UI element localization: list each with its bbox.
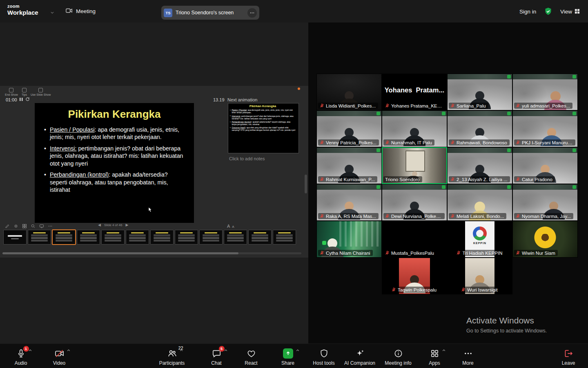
toolbar-audio[interactable]: 1Audio [1, 348, 40, 366]
participant-tile[interactable]: Catur Pradono [512, 147, 578, 184]
meeting-toolbar: 1AudioVideo22Participants5ChatReactShare… [0, 343, 588, 368]
more-options-icon[interactable] [247, 8, 257, 18]
slide-bullet: Pasien / Populasi: apa demografi usia, j… [44, 126, 185, 141]
participant-tile[interactable]: Taqwin Polkespalu [382, 258, 447, 294]
participant-tile[interactable]: Sarliana_Palu [447, 74, 512, 110]
top-bar: zoom Workplace Meeting TS Triono Soendor… [0, 0, 588, 22]
muted-mic-icon [457, 251, 461, 255]
toolbar-ai-companion[interactable]: AI Companion [340, 348, 379, 366]
zoom-slide-icon [31, 223, 36, 230]
toolbar-host-tools[interactable]: Host tools [304, 348, 343, 366]
participant-name-label: Triono Soendoro [383, 176, 422, 182]
next-slide-preview: Pikirkan Kerangka Pasien / Populasi: apa… [228, 103, 299, 153]
slide-bullet: Intervensi: pertimbangan jenis? obat dar… [230, 115, 296, 120]
participant-name-label: Lisda Widianti_Polkes... [318, 103, 378, 109]
filmstrip-scrollbar [2, 252, 301, 254]
participant-name-label: Sarliana_Palu [449, 103, 488, 109]
participant-tile[interactable]: yuli admasari_Polkes... [512, 74, 578, 110]
participant-tile[interactable]: Wiwin Nur Siam [512, 221, 578, 258]
participant-tile[interactable]: Cytha Nilam Chairani [316, 221, 382, 258]
presentation-timer: 01:00 [6, 97, 30, 102]
participant-name-label: 2_13 Aisyah Z. Lailiya ... [449, 176, 510, 182]
participant-tile[interactable]: Yohanes Pratam...Yohanes Pratama_KEPPIN [382, 74, 447, 110]
presenter-control: Use Slide Show [31, 88, 51, 97]
muted-mic-icon [320, 251, 324, 255]
muted-mic-icon [320, 214, 324, 218]
tab-meeting[interactable]: Meeting [65, 7, 96, 16]
participant-tile[interactable]: KEPPINTri Hadiah KEPPIN [447, 221, 512, 258]
participant-tile[interactable]: Dewi Nurviana_Polkes... [382, 184, 447, 221]
participant-tile[interactable]: Lisda Widianti_Polkes... [316, 74, 382, 110]
next-animation-label: Next animation [227, 97, 257, 102]
scrollbar-thumb [2, 252, 238, 254]
security-shield-icon[interactable] [544, 7, 552, 17]
view-button[interactable]: View [560, 9, 572, 15]
slide-title: Pikirkan Kerangka [35, 108, 194, 121]
toolbar-meeting-info[interactable]: Meeting info [379, 348, 418, 366]
watermark-line2: Go to Settings to activate Windows. [466, 328, 547, 334]
participant-name-label: Yohanes Pratama_KEPPIN [383, 103, 445, 109]
muted-mic-icon [320, 140, 324, 145]
participant-tile[interactable]: Mustafa_PolkesPalu [382, 221, 447, 258]
sign-in-button[interactable]: Sign in [519, 9, 536, 15]
participant-tile[interactable]: PKJ I-Suryani Manurung [512, 110, 578, 147]
view-grid-icon[interactable] [574, 8, 580, 16]
toolbar-react[interactable]: React [232, 348, 271, 366]
presenter-clock: 13.19 [213, 97, 225, 102]
participant-tile[interactable]: Triono Soendoro [382, 147, 447, 184]
shared-screen-pill[interactable]: TS Triono Soendoro's screen [161, 6, 259, 20]
muted-mic-icon [461, 287, 466, 292]
annotation-tools [5, 223, 53, 230]
zoom-workplace-logo: zoom Workplace [7, 4, 38, 16]
chevron-down-icon[interactable] [50, 9, 55, 17]
display-settings-icon [39, 223, 44, 230]
participants-icon [167, 349, 177, 358]
pane-divider-handle[interactable] [305, 175, 307, 193]
laser-pointer-icon [13, 223, 18, 230]
toolbar-label: Host tools [313, 360, 334, 366]
muted-mic-icon [450, 214, 455, 218]
participant-tile[interactable]: Melati Laksni, Bondo... [447, 184, 512, 221]
participant-tile[interactable]: Wuri Iswarsigit [447, 258, 512, 294]
participant-name-label: Wuri Iswarsigit [459, 287, 500, 293]
participant-name-label: Taqwin Polkespalu [390, 287, 439, 293]
host-tools-icon [319, 349, 329, 358]
leave-button[interactable]: Leave [562, 348, 575, 366]
muted-mic-icon [516, 214, 520, 218]
muted-mic-icon [516, 177, 520, 182]
muted-mic-icon [450, 103, 455, 108]
participant-tile[interactable]: Rahmawati, Bondowoso [447, 110, 512, 147]
toolbar-more[interactable]: More [448, 348, 488, 366]
participant-tile[interactable]: Rahmat Kurniawan_P... [316, 147, 382, 184]
muted-mic-icon [385, 103, 390, 108]
toolbar-video[interactable]: Video [40, 348, 79, 366]
participant-name-label: Raka A, RS Mata Mas... [318, 213, 379, 219]
participant-tile[interactable]: Nurrahmah, IT Palu [382, 110, 447, 147]
muted-mic-icon [392, 287, 396, 292]
muted-mic-icon [450, 177, 455, 182]
participant-name-label: Wiwin Nur Siam [514, 250, 558, 256]
caret-up-icon[interactable] [442, 347, 446, 354]
caret-up-icon[interactable] [296, 347, 300, 354]
preview-slide-bullets: Pasien / Populasi: apa demografi usia, j… [229, 109, 296, 132]
slide-thumbnail [273, 230, 296, 245]
slide-bullets: Pasien / Populasi: apa demografi usia, j… [35, 126, 194, 194]
participant-tile[interactable]: Raka A, RS Mata Mas... [316, 184, 382, 221]
toolbar-share[interactable]: Share [268, 348, 307, 366]
participant-name-label: Dewi Nurviana_Polkes... [383, 213, 445, 219]
participant-tile[interactable]: 2_13 Aisyah Z. Lailiya ... [447, 147, 512, 184]
slide-counter: Slide 4 of 46 [104, 223, 122, 227]
toolbar-chat[interactable]: 5Chat [197, 348, 236, 366]
video-off-icon [55, 349, 64, 358]
toolbar-participants[interactable]: 22Participants [152, 348, 192, 366]
watermark-line1: Activate Windows [466, 316, 547, 325]
slide-bullet: Intervensi: pertimbangan jenis? obat dar… [44, 145, 185, 167]
caret-up-icon[interactable] [67, 347, 71, 354]
participant-tile[interactable]: Venny Patricia_Polkes... [316, 110, 382, 147]
presenter-view-window: End ShowTipsUse Slide Show 01:00 Pikirka… [0, 86, 308, 258]
slide-bullet: Perbandingan (kontrol): apakah ada/terse… [44, 171, 185, 193]
meeting-icon [65, 7, 73, 16]
participant-tile[interactable]: Nyoman Dharma, Jay... [512, 184, 578, 221]
slide-thumbnail [248, 230, 272, 245]
muted-mic-icon [320, 177, 324, 182]
